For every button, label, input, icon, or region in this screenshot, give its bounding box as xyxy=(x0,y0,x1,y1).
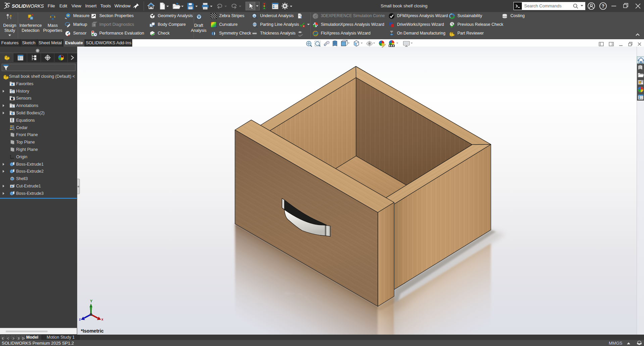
svg-text:?: ? xyxy=(602,3,605,9)
svg-text:z: z xyxy=(79,318,81,321)
svg-text:SOLIDWORKS: SOLIDWORKS xyxy=(12,3,44,9)
svg-text:?: ? xyxy=(153,24,155,28)
svg-text:Σ: Σ xyxy=(11,118,13,122)
svg-text:*Isometric: *Isometric xyxy=(81,328,104,334)
svg-text:A: A xyxy=(11,105,13,108)
svg-text:x: x xyxy=(101,318,103,321)
svg-text:?: ? xyxy=(300,16,302,19)
svg-text:Y: Y xyxy=(90,299,93,303)
